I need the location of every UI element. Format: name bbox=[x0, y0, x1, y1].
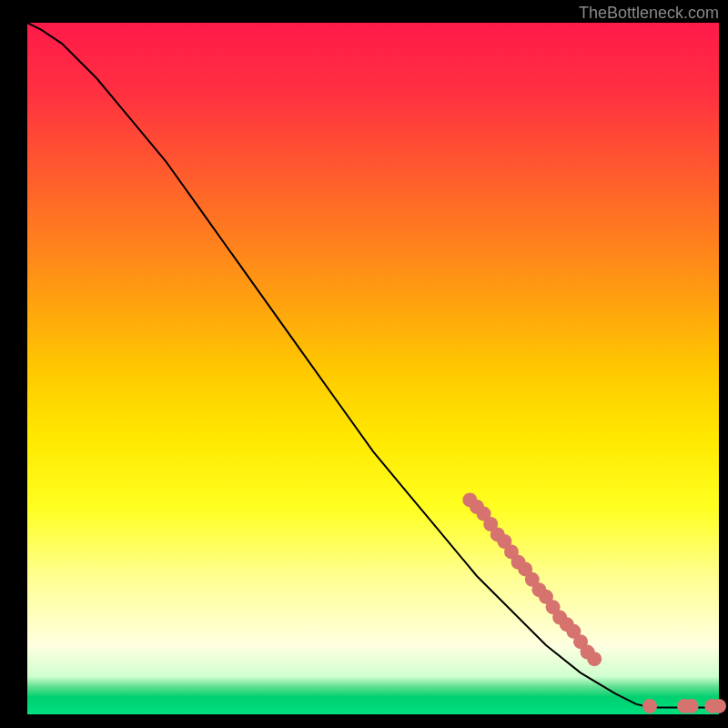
data-marker bbox=[587, 652, 602, 666]
plot-background bbox=[27, 23, 719, 714]
chart-svg bbox=[0, 0, 728, 728]
data-marker bbox=[712, 699, 726, 713]
data-marker bbox=[642, 699, 657, 713]
chart-container: TheBottleneck.com bbox=[0, 0, 728, 728]
data-marker bbox=[684, 699, 699, 713]
watermark-label: TheBottleneck.com bbox=[579, 4, 719, 23]
